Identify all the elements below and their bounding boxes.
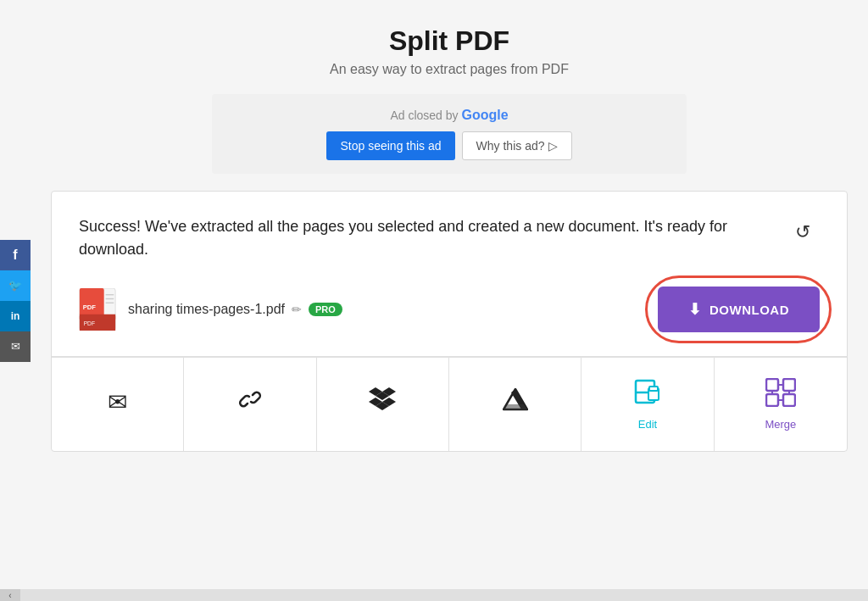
page-header: Split PDF An easy way to extract pages f… <box>330 25 569 77</box>
file-row: PDF PDF sharing times-pages-1.pdf ✏ <box>79 287 820 332</box>
main-content: Split PDF An easy way to extract pages f… <box>31 0 868 477</box>
why-this-ad-button[interactable]: Why this ad? ▷ <box>462 131 572 160</box>
twitter-share-button[interactable]: 🐦 <box>0 270 31 301</box>
twitter-icon: 🐦 <box>8 279 22 292</box>
actions-bar: ✉ <box>52 357 847 451</box>
ad-closed-text: Ad closed by Google <box>237 108 661 123</box>
pdf-file-icon: PDF PDF <box>79 288 116 331</box>
file-name-container: sharing times-pages-1.pdf ✏ PRO <box>128 302 342 317</box>
ad-buttons: Stop seeing this ad Why this ad? ▷ <box>237 131 661 160</box>
dropbox-action-icon <box>369 387 396 417</box>
page-title: Split PDF <box>330 25 569 57</box>
email-share-button[interactable]: ✉ <box>0 331 31 362</box>
download-icon: ⬇ <box>688 300 702 319</box>
action-edit[interactable]: Edit <box>581 358 714 451</box>
svg-rect-24 <box>649 387 658 391</box>
edit-action-label: Edit <box>638 418 657 431</box>
result-card: Success! We've extracted all the pages y… <box>51 191 848 452</box>
file-name: sharing times-pages-1.pdf ✏ PRO <box>128 302 342 317</box>
google-brand-text: Google <box>461 108 508 122</box>
download-button[interactable]: ⬇ DOWNLOAD <box>658 287 821 332</box>
action-dropbox[interactable] <box>317 358 449 451</box>
svg-rect-27 <box>766 394 778 406</box>
link-action-icon <box>237 387 263 418</box>
merge-action-label: Merge <box>765 418 796 431</box>
facebook-icon: f <box>13 248 17 263</box>
refresh-button[interactable]: ↺ <box>786 215 820 249</box>
scroll-left-button[interactable]: ‹ <box>0 589 20 601</box>
svg-text:PDF: PDF <box>84 320 95 326</box>
page-subtitle: An easy way to extract pages from PDF <box>330 62 569 77</box>
success-header: Success! We've extracted all the pages y… <box>79 215 820 261</box>
linkedin-share-button[interactable]: in <box>0 301 31 331</box>
result-top-section: Success! We've extracted all the pages y… <box>52 192 847 357</box>
why-ad-icon: ▷ <box>548 139 558 153</box>
facebook-share-button[interactable]: f <box>0 240 31 270</box>
svg-marker-18 <box>504 404 527 409</box>
edit-action-icon <box>633 378 662 413</box>
svg-text:PDF: PDF <box>83 303 97 311</box>
svg-rect-28 <box>783 394 795 406</box>
email-action-icon: ✉ <box>108 388 127 416</box>
edit-filename-icon[interactable]: ✏ <box>292 303 302 316</box>
email-share-icon: ✉ <box>11 340 20 353</box>
linkedin-icon: in <box>11 310 20 322</box>
action-merge[interactable]: Merge <box>715 358 847 451</box>
svg-rect-26 <box>783 379 795 391</box>
action-link[interactable] <box>184 358 316 451</box>
bottom-scrollbar: ‹ <box>0 589 868 601</box>
stop-seeing-ad-button[interactable]: Stop seeing this ad <box>326 131 454 160</box>
pro-badge: PRO <box>309 303 342 316</box>
file-info: PDF PDF sharing times-pages-1.pdf ✏ <box>79 288 342 331</box>
download-container: ⬇ DOWNLOAD <box>658 287 821 332</box>
refresh-icon: ↺ <box>795 221 810 243</box>
action-drive[interactable] <box>449 358 581 451</box>
svg-rect-1 <box>80 288 104 316</box>
svg-rect-3 <box>80 314 115 320</box>
drive-action-icon <box>503 387 528 417</box>
social-sidebar: f 🐦 in ✉ <box>0 240 31 362</box>
success-message: Success! We've extracted all the pages y… <box>79 215 740 261</box>
merge-action-icon <box>765 378 796 413</box>
action-email[interactable]: ✉ <box>52 358 184 451</box>
svg-rect-25 <box>766 379 778 391</box>
ad-banner: Ad closed by Google Stop seeing this ad … <box>212 94 687 174</box>
